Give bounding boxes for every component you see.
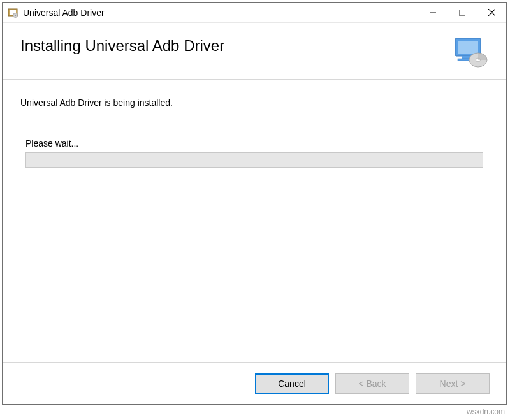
svg-rect-9 [458,41,478,54]
back-button: < Back [335,373,409,394]
maximize-button[interactable] [448,3,477,22]
window-controls [418,3,506,22]
svg-point-3 [15,15,16,16]
wait-label: Please wait... [26,138,488,148]
watermark: wsxdn.com [467,407,505,416]
content-area: Universal Adb Driver is being installed.… [3,80,506,362]
next-button: Next > [416,373,490,394]
cancel-button[interactable]: Cancel [255,373,329,394]
installer-window: Universal Adb Driver Installing Universa… [2,2,507,405]
footer: Cancel < Back Next > [3,362,506,404]
titlebar: Universal Adb Driver [3,3,506,23]
computer-disc-icon [453,37,488,68]
close-button[interactable] [477,3,506,22]
header: Installing Universal Adb Driver [3,23,506,80]
svg-rect-5 [460,10,465,15]
page-title: Installing Universal Adb Driver [20,37,224,55]
progress-bar [26,152,483,168]
installer-icon [8,8,18,18]
status-text: Universal Adb Driver is being installed. [20,98,488,108]
minimize-button[interactable] [418,3,448,22]
window-title: Universal Adb Driver [23,8,418,18]
